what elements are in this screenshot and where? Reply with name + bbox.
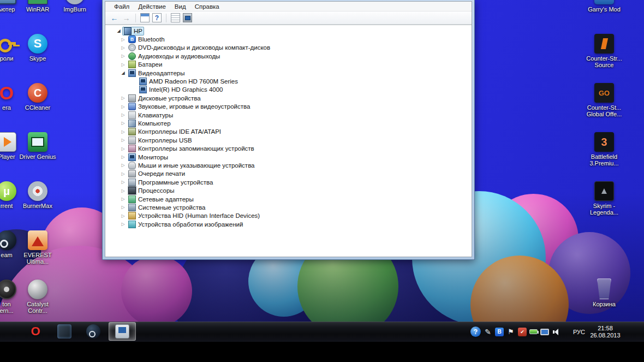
tree-item[interactable]: ▷Системные устройства (105, 203, 472, 211)
menu-bar: ФайлДействиеВидСправка (105, 2, 472, 11)
volume-tray-icon[interactable] (552, 328, 560, 336)
language-indicator[interactable]: РУС (571, 322, 587, 342)
ide-icon (128, 128, 136, 135)
tree-expander-icon[interactable]: ▷ (120, 146, 127, 151)
player-icon (0, 132, 16, 152)
back-button[interactable]: ← (110, 13, 119, 22)
tree-expander-icon[interactable]: ◢ (115, 28, 122, 33)
desktop-icon-skype[interactable]: Skype (18, 34, 57, 62)
tree-expander-icon[interactable]: ▷ (120, 138, 127, 143)
display-tray-icon[interactable] (540, 329, 549, 335)
battery-tray-icon[interactable] (529, 329, 538, 334)
tree-expander-icon[interactable]: ▷ (120, 188, 127, 193)
taskbar-button-opera[interactable] (22, 322, 49, 341)
tree-item[interactable]: ▷Мониторы (105, 153, 472, 161)
tree-expander-icon[interactable]: ▷ (120, 62, 127, 67)
tree-expander-icon[interactable]: ▷ (120, 121, 127, 126)
desktop-icon-skyrim[interactable]: Skyrim -Legenda... (585, 181, 624, 216)
tree-expander-icon[interactable]: ▷ (120, 180, 127, 185)
desktop-icon-recycle-bin[interactable]: Корзина (585, 280, 624, 307)
desktop-icon-catalyst[interactable]: CatalystContr... (18, 280, 57, 314)
tree-expander-icon[interactable]: ▷ (120, 37, 127, 42)
tree-item[interactable]: Intel(R) HD Graphics 4000 (105, 86, 472, 94)
desktop-icon-counter-strike-go[interactable]: Counter-St...Global Offe... (585, 83, 624, 117)
tree-item-content: Устройства обработки изображений (127, 220, 245, 229)
tree-expander-icon[interactable]: ▷ (120, 96, 127, 100)
desktop-icon-battlefield-3[interactable]: Battlefield3.Premiu... (585, 132, 624, 167)
desktop-icon-driver-genius[interactable]: Driver Genius (18, 132, 57, 160)
tree-item-label: Звуковые, игровые и видеоустройства (138, 103, 250, 110)
menu-item[interactable]: Файл (110, 3, 134, 10)
tree-expander-icon[interactable]: ▷ (120, 54, 127, 58)
tree-item[interactable]: ▷Очереди печати (105, 170, 472, 178)
tree-item[interactable]: ▷Батареи (105, 61, 472, 69)
forward-button[interactable]: → (122, 13, 131, 22)
tree-expander-icon[interactable]: ▷ (120, 163, 127, 168)
desktop-icon-imgburn[interactable]: ImgBurn (55, 0, 94, 13)
tree-expander-icon[interactable]: ▷ (120, 197, 127, 201)
tree-item-label: Сетевые адаптеры (138, 196, 194, 203)
menu-item[interactable]: Действие (134, 3, 170, 10)
tree-expander-icon[interactable]: ▷ (120, 104, 127, 109)
tree-item[interactable]: ▷DVD-дисководы и дисководы компакт-диско… (105, 44, 472, 52)
desktop-icon-everest[interactable]: EVERESTUltima... (18, 230, 57, 265)
recycle-icon (597, 278, 611, 299)
tree-expander-icon[interactable]: ▷ (120, 45, 127, 50)
taskbar-button-steam[interactable] (80, 322, 107, 341)
desktop-icon-winrar[interactable]: WinRAR (18, 0, 57, 13)
tree-item[interactable]: ▷Контроллеры USB (105, 136, 472, 144)
tree-item-label: Видеоадаптеры (138, 70, 185, 76)
tree-item[interactable]: ▷Устройства обработки изображений (105, 220, 472, 228)
tree-item[interactable]: ◢HP (105, 27, 472, 35)
tree-expander-icon[interactable]: ▷ (120, 205, 127, 210)
tree-item[interactable]: ▷Устройства HID (Human Interface Devices… (105, 212, 472, 220)
desktop-icon-burnermax[interactable]: BurnerMax (18, 181, 57, 209)
export-button[interactable] (171, 13, 180, 22)
tree-item[interactable]: ▷Компьютер (105, 119, 472, 127)
menu-item[interactable]: Справка (190, 3, 224, 10)
bluetooth-tray-icon[interactable] (495, 328, 504, 336)
taskbar-clock[interactable]: 21:58 26.08.2013 (587, 322, 623, 342)
tree-item-content: Контроллеры IDE ATA/ATAPI (127, 127, 223, 136)
pen-tray-icon[interactable] (484, 328, 492, 336)
bluetooth-icon (128, 35, 136, 43)
tree-expander-icon[interactable]: ◢ (120, 70, 127, 75)
menu-item[interactable]: Вид (170, 3, 190, 10)
tree-item[interactable]: ▷Аудиовходы и аудиовыходы (105, 52, 472, 60)
tree-item[interactable]: ▷Клавиатуры (105, 111, 472, 119)
desktop-icon-counter-strike-source[interactable]: Counter-Str...Source (585, 34, 624, 68)
tree-item[interactable]: ▷Дисковые устройства (105, 94, 472, 102)
tree-item[interactable]: ▷Контроллеры IDE ATA/ATAPI (105, 128, 472, 136)
tree-item[interactable]: ▷Контроллеры запоминающих устройств (105, 144, 472, 152)
tree-item[interactable]: AMD Radeon HD 7600M Series (105, 77, 472, 85)
console-tree-button[interactable] (140, 13, 150, 22)
scan-button[interactable] (183, 13, 192, 22)
tree-expander-icon[interactable]: ▷ (120, 213, 127, 218)
taskbar-button-device-manager[interactable] (109, 322, 136, 341)
utorrent-icon (0, 181, 16, 201)
flag-tray-icon[interactable] (506, 328, 515, 336)
tree-expander-icon[interactable]: ▷ (120, 129, 127, 134)
tree-expander-icon[interactable]: ▷ (120, 155, 127, 159)
desktop-icon-garrys-mod[interactable]: Garry's Mod (585, 0, 624, 13)
tree-item[interactable]: ▷Мыши и иные указывающие устройства (105, 161, 472, 169)
tree-expander-icon[interactable]: ▷ (120, 222, 127, 227)
tree-item[interactable]: ▷Программные устройства (105, 178, 472, 186)
taskbar[interactable]: РУС 21:58 26.08.2013 (0, 322, 644, 342)
media-app-icon (57, 324, 71, 339)
tree-item[interactable]: ▷Сетевые адаптеры (105, 195, 472, 203)
help-tray-icon[interactable] (470, 327, 481, 337)
tree-expander-icon[interactable]: ▷ (120, 112, 127, 117)
tree-item[interactable]: ◢Видеоадаптеры (105, 69, 472, 77)
tree-item[interactable]: ▷Процессоры (105, 186, 472, 194)
tree-item[interactable]: ▷Звуковые, игровые и видеоустройства (105, 103, 472, 111)
tree-item[interactable]: ▷Bluetooth (105, 35, 472, 43)
tree-expander-icon[interactable]: ▷ (120, 171, 127, 176)
taskbar-button-media-app[interactable] (51, 322, 78, 341)
desktop-icon-ccleaner[interactable]: CCleaner (18, 83, 57, 111)
tree-item-label: Аудиовходы и аудиовыходы (138, 53, 220, 60)
security-tray-icon[interactable] (518, 328, 527, 336)
desktop-icon-label: Global Offe... (585, 111, 624, 117)
help-button[interactable] (152, 13, 162, 22)
gmod-icon (594, 0, 614, 4)
